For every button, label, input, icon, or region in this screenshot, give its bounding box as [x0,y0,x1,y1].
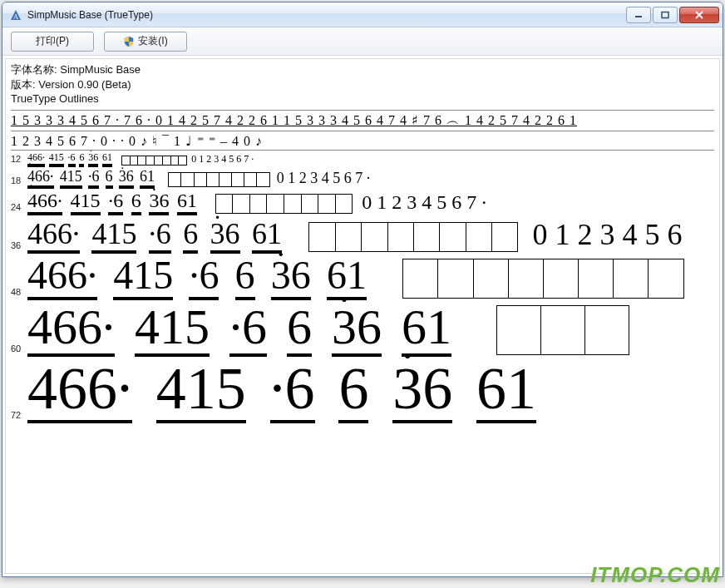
trailing-digits: 0 1 2 3 4 5 6 7 · [191,153,254,166]
notation-group: 36 [88,152,98,166]
version-line: 版本: Version 0.90 (Beta) [11,77,714,92]
trailing-digits: 0 1 2 3 4 5 6 7 · [362,191,486,214]
glyph-run: 466·415·663661 0 1 2 3 4 5 6 7 · [27,169,370,187]
glyph-run: 466·415·663661 0 1 2 3 4 5 6 [27,217,682,252]
size-row-12: 12466·415·663661 0 1 2 3 4 5 6 7 · [11,151,714,167]
size-label: 36 [11,240,27,252]
watermark: ITMOP.COM [590,562,720,588]
glyph-run: 466·415·663661 [27,302,653,355]
notation-group: 415 [113,255,173,299]
notation-group: 466· [27,358,132,422]
glyph-run: 466·415·663661 [27,255,703,299]
notation-group: 6 [79,152,84,166]
notation-group: 61 [327,255,367,299]
size-label: 12 [11,154,27,166]
notation-group: 415 [135,302,210,355]
svg-rect-3 [662,12,668,17]
notation-group: 466· [27,219,80,252]
svg-text:A: A [13,12,19,21]
notation-group: 36 [149,190,169,214]
print-button-label: 打印(P) [36,34,69,48]
sample-line-1: 1 5 3 3 3 4 5 6 7 · 7 6 · 0 1 4 2 5 7 4 … [11,111,714,131]
sample-line-2: 1 2 3 4 5 6 7 · 0 · · 0 ♪ ♮ ¯ 1 ♩ ⁼ ⁼ – … [11,131,714,151]
app-icon: A [9,8,22,22]
minimize-button[interactable] [626,7,651,23]
size-row-36: 36466·415·663661 0 1 2 3 4 5 6 [11,215,714,254]
size-row-60: 60466·415·663661 [11,300,714,357]
install-button[interactable]: 安装(I) [104,32,187,52]
size-label: 60 [11,343,27,355]
size-row-48: 48466·415·663661 [11,254,714,300]
size-label: 48 [11,287,27,299]
titlebar[interactable]: A SimpMusic Base (TrueType) [2,2,723,27]
glyph-run: 466·415·663661 [27,358,560,422]
font-name-line: 字体名称: SimpMusic Base [11,62,714,77]
content-area: 字体名称: SimpMusic Base 版本: Version 0.90 (B… [5,58,720,574]
notation-group: ·6 [68,152,76,166]
notation-group: ·6 [189,255,219,299]
notation-group: 36 [392,358,452,422]
trailing-digits: 0 1 2 3 4 5 6 [532,217,682,252]
size-row-72: 72466·415·663661 [11,357,714,423]
notation-group: 6 [183,219,198,252]
glyph-run: 466·415·663661 0 1 2 3 4 5 6 7 · [27,152,254,166]
notation-group: 466· [27,169,54,187]
missing-glyph-boxes [168,172,269,187]
notation-group: ·6 [149,219,171,252]
notation-group: ·6 [229,302,267,355]
notation-group: 61 [140,169,155,187]
notation-group: 466· [27,255,97,299]
notation-group: 415 [49,152,64,166]
size-row-18: 18466·415·663661 0 1 2 3 4 5 6 7 · [11,167,714,189]
notation-group: 466· [27,302,115,355]
notation-group: 6 [287,302,312,355]
notation-group: 415 [60,169,82,187]
notation-group: 6 [338,358,368,422]
toolbar: 打印(P) 安装(I) [2,27,723,56]
notation-group: 6 [131,190,141,214]
notation-group: 61 [402,302,451,355]
missing-glyph-boxes [308,222,517,252]
missing-glyph-boxes [496,305,629,355]
missing-glyph-boxes [121,156,186,166]
close-button[interactable] [679,7,719,23]
size-label: 18 [11,175,27,187]
print-button[interactable]: 打印(P) [11,32,94,52]
notation-group: ·6 [88,169,100,187]
maximize-button[interactable] [653,7,678,23]
notation-group: 61 [476,358,536,422]
notation-group: 415 [91,219,136,252]
notation-group: 36 [119,169,134,187]
notation-group: ·6 [108,190,123,214]
notation-group: 466· [27,190,62,214]
window-title: SimpMusic Base (TrueType) [27,9,624,21]
notation-group: 36 [332,302,382,355]
missing-glyph-boxes [402,259,683,299]
size-row-24: 24466·415·663661 0 1 2 3 4 5 6 7 · [11,189,714,215]
glyph-run: 466·415·663661 0 1 2 3 4 5 6 7 · [27,190,486,214]
missing-glyph-boxes [215,194,353,214]
font-preview-window: A SimpMusic Base (TrueType) 打印(P) 安装(I) [2,2,723,577]
notation-group: 36 [210,219,240,252]
notation-group: 61 [252,219,282,252]
notation-group: 415 [156,358,246,422]
notation-group: 61 [177,190,197,214]
notation-group: ·6 [270,358,315,422]
notation-group: 61 [102,152,112,166]
notation-group: 36 [271,255,311,299]
window-controls [624,7,719,23]
shield-icon [123,36,135,47]
trailing-digits: 0 1 2 3 4 5 6 7 · [277,170,371,187]
notation-group: 466· [27,152,45,166]
notation-group: 415 [71,190,101,214]
notation-group: 6 [235,255,255,299]
outlines-line: TrueType Outlines [11,91,714,106]
install-button-label: 安装(I) [138,34,167,48]
preview-area: 1 5 3 3 3 4 5 6 7 · 7 6 · 0 1 4 2 5 7 4 … [11,110,714,423]
notation-group: 6 [106,169,113,187]
size-label: 24 [11,202,27,214]
size-label: 72 [11,410,27,422]
